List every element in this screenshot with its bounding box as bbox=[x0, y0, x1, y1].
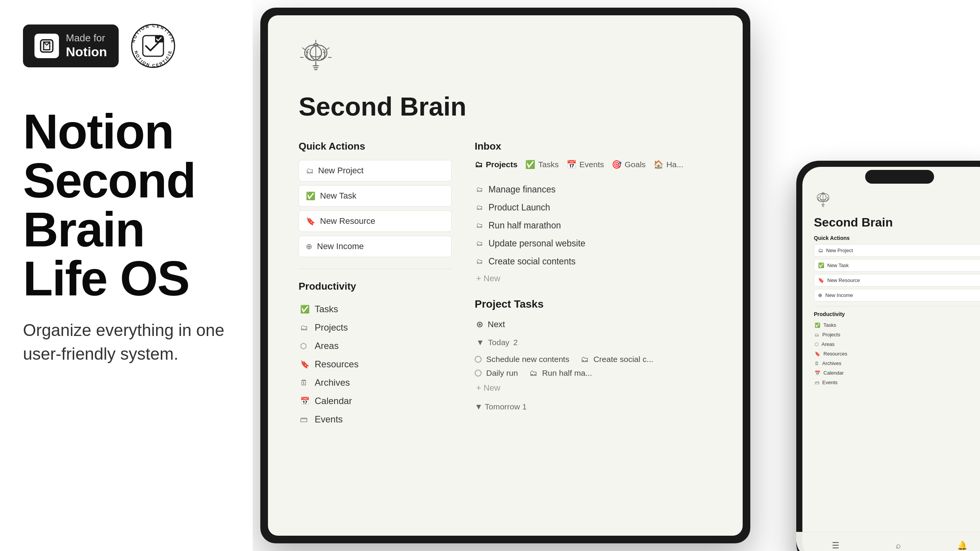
plus-circle-icon: ⊕ bbox=[306, 242, 312, 251]
nav-resources[interactable]: 🔖 Resources bbox=[299, 355, 452, 373]
phone-new-project-btn[interactable]: 🗂 New Project bbox=[814, 244, 980, 257]
nav-calendar[interactable]: 📅 Calendar bbox=[299, 392, 452, 410]
task-item-marathon[interactable]: 🗂 Run half ma... bbox=[529, 366, 592, 380]
phone-new-task-btn[interactable]: ✅ New Task bbox=[814, 259, 980, 272]
today-group: ▼ Today 2 bbox=[475, 336, 712, 349]
headline-section: Notion Second Brain Life OS Organize eve… bbox=[23, 107, 230, 365]
phone-new-income-btn[interactable]: ⊕ New Income bbox=[814, 289, 980, 302]
phone-nav-areas[interactable]: ⬡ Areas bbox=[814, 339, 980, 349]
phone-calendar-label: Calendar bbox=[823, 370, 844, 376]
notion-logo-icon bbox=[34, 34, 59, 58]
inbox-tab-events[interactable]: 📅 Events bbox=[567, 160, 604, 169]
headline-title: Notion Second Brain Life OS bbox=[23, 107, 230, 303]
inbox-item-0[interactable]: 🗂 Manage finances bbox=[475, 181, 712, 199]
nav-areas-label: Areas bbox=[315, 341, 339, 351]
phone-nav-tasks[interactable]: ✅ Tasks bbox=[814, 320, 980, 330]
made-for-label: Made for bbox=[66, 32, 107, 44]
new-project-label: New Project bbox=[318, 166, 364, 176]
phone-search-icon[interactable]: ⌕ bbox=[896, 541, 901, 551]
new-income-label: New Income bbox=[317, 241, 364, 251]
phone-nav-projects[interactable]: 🗂 Projects bbox=[814, 330, 980, 339]
archives-icon: 🗓 bbox=[300, 378, 309, 387]
new-income-btn[interactable]: ⊕ New Income bbox=[299, 236, 452, 257]
calendar-icon: 📅 bbox=[300, 396, 309, 406]
nav-archives-label: Archives bbox=[315, 377, 350, 388]
inbox-tabs: 🗂 Projects ✅ Tasks 📅 Events bbox=[475, 160, 712, 169]
tomorrow-section: ▼ Tomorrow 1 bbox=[475, 402, 712, 411]
today-count: 2 bbox=[513, 338, 518, 347]
nav-areas[interactable]: ⬡ Areas bbox=[299, 337, 452, 355]
new-task-label: New Task bbox=[320, 191, 356, 201]
phone-calendar-icon: 📅 bbox=[815, 370, 820, 376]
headline-line1: Notion bbox=[23, 104, 173, 159]
inbox-tab-ha[interactable]: 🏠 Ha... bbox=[653, 160, 683, 169]
phone-nav-calendar[interactable]: 📅 Calendar bbox=[814, 368, 980, 378]
nav-archives[interactable]: 🗓 Archives bbox=[299, 373, 452, 392]
inbox-item-1[interactable]: 🗂 Product Launch bbox=[475, 199, 712, 217]
inbox-item-3[interactable]: 🗂 Update personal website bbox=[475, 235, 712, 253]
tablet-two-col: Quick Actions 🗂 New Project ✅ New Task 🔖… bbox=[299, 140, 712, 429]
task-daily-label: Daily run bbox=[486, 368, 518, 378]
tablet-mockup: Second Brain Quick Actions 🗂 New Project… bbox=[260, 8, 750, 543]
phone-new-project-label: New Project bbox=[826, 248, 853, 253]
task-social-icon: 🗂 bbox=[581, 355, 589, 364]
headline-subtitle: Organize everything in oneuser-friendly … bbox=[23, 318, 230, 365]
inbox-item-2[interactable]: 🗂 Run half marathon bbox=[475, 217, 712, 235]
inbox-item-3-icon: 🗂 bbox=[476, 240, 483, 248]
folder-icon: 🗂 bbox=[306, 166, 314, 175]
inbox-item-4-label: Create social contents bbox=[488, 256, 576, 267]
areas-icon: ⬡ bbox=[300, 341, 309, 350]
task-next[interactable]: ⊛ Next bbox=[475, 316, 712, 333]
phone-bookmark-icon: 🔖 bbox=[818, 277, 824, 283]
badge-text: Made for Notion bbox=[66, 32, 107, 60]
notion-label: Notion bbox=[66, 44, 107, 60]
inbox-tab-tasks[interactable]: ✅ Tasks bbox=[525, 160, 559, 169]
inbox-tab-goals[interactable]: 🎯 Goals bbox=[612, 160, 646, 169]
task-item-social[interactable]: 🗂 Create social c... bbox=[581, 352, 653, 366]
nav-projects[interactable]: 🗂 Projects bbox=[299, 318, 452, 337]
task-item-schedule[interactable]: Schedule new contents bbox=[475, 352, 569, 366]
nav-events[interactable]: 🗃 Events bbox=[299, 410, 452, 429]
inbox-add-new[interactable]: + New bbox=[475, 271, 712, 287]
new-task-btn[interactable]: ✅ New Task bbox=[299, 185, 452, 207]
bookmark-icon: 🔖 bbox=[306, 217, 315, 226]
task-circle-2 bbox=[475, 370, 482, 377]
inbox-tab-projects[interactable]: 🗂 Projects bbox=[475, 160, 518, 169]
phone-new-resource-btn[interactable]: 🔖 New Resource bbox=[814, 274, 980, 287]
phone-folder-icon: 🗂 bbox=[818, 248, 823, 253]
today-label: Today bbox=[488, 338, 510, 347]
inbox-item-4[interactable]: 🗂 Create social contents bbox=[475, 253, 712, 271]
new-project-btn[interactable]: 🗂 New Project bbox=[299, 160, 452, 181]
phone-new-task-label: New Task bbox=[827, 262, 849, 268]
today-chevron: ▼ bbox=[476, 338, 484, 347]
phone-areas-icon: ⬡ bbox=[815, 342, 818, 347]
inbox-item-1-label: Product Launch bbox=[488, 202, 550, 213]
inbox-item-1-icon: 🗂 bbox=[476, 204, 483, 212]
brain-icon bbox=[299, 38, 712, 80]
new-resource-btn[interactable]: 🔖 New Resource bbox=[299, 210, 452, 232]
phone-menu-icon[interactable]: ☰ bbox=[832, 541, 840, 551]
inbox-projects-icon: 🗂 bbox=[475, 160, 483, 169]
tablet-page-title: Second Brain bbox=[299, 91, 712, 121]
tasks-icon: ✅ bbox=[300, 305, 309, 314]
task-item-daily[interactable]: Daily run bbox=[475, 366, 518, 380]
phone-areas-label: Areas bbox=[822, 341, 835, 347]
phone-nav-archives[interactable]: 🗓 Archives bbox=[814, 359, 980, 368]
phone-projects-icon: 🗂 bbox=[815, 332, 819, 337]
quick-actions-label: Quick Actions bbox=[299, 140, 452, 152]
phone-screen: Second Brain Quick Actions 🗂 New Project… bbox=[802, 167, 980, 551]
task-item-row-2: Daily run 🗂 Run half ma... bbox=[475, 366, 712, 380]
task-social-label: Create social c... bbox=[593, 355, 653, 364]
next-icon: ⊛ bbox=[476, 320, 483, 329]
phone-mockup: Second Brain Quick Actions 🗂 New Project… bbox=[796, 161, 980, 551]
tasks-add-new[interactable]: + New bbox=[475, 380, 712, 396]
svg-line-12 bbox=[327, 48, 329, 49]
task-circle bbox=[475, 356, 482, 363]
inbox-goals-label: Goals bbox=[625, 160, 646, 169]
phone-nav-events[interactable]: 🗃 Events bbox=[814, 378, 980, 387]
nav-events-label: Events bbox=[315, 414, 343, 425]
nav-tasks[interactable]: ✅ Tasks bbox=[299, 300, 452, 318]
phone-nav-resources[interactable]: 🔖 Resources bbox=[814, 349, 980, 359]
phone-events-icon: 🗃 bbox=[815, 380, 819, 385]
phone-bell-icon[interactable]: 🔔 bbox=[957, 541, 967, 551]
